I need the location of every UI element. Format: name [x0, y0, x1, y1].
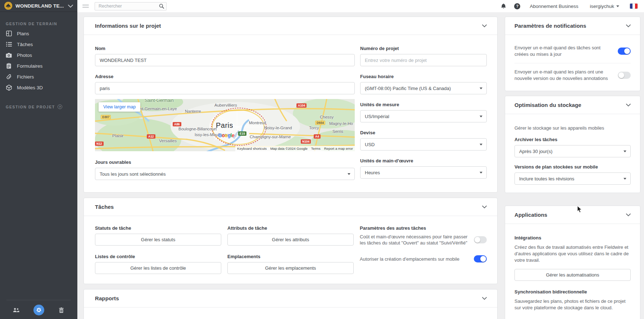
map-label: Versailles: [159, 139, 177, 143]
subscription-link[interactable]: Abonnement Business: [530, 4, 578, 9]
cube-icon: [6, 85, 12, 91]
workdays-label: Jours ouvrables: [95, 160, 355, 165]
delete-button[interactable]: [56, 305, 67, 315]
map-data-credit: Map data ©2024 Google: [268, 146, 309, 151]
divider: [514, 63, 631, 63]
map-label-paris: Paris: [216, 121, 233, 130]
manage-automations-button[interactable]: Gérer les automatisations: [514, 269, 631, 281]
chevron-down-icon: [616, 5, 619, 7]
hardhat-icon: [4, 2, 12, 10]
chevron-down-icon: [623, 178, 626, 180]
report-map-error-link[interactable]: Report a map error: [322, 146, 355, 151]
name-label: Nom: [95, 46, 355, 51]
sidebar-item-photos[interactable]: Photos: [0, 50, 77, 60]
project-info-panel: Informations sur le projet Nom Adresse: [83, 17, 498, 193]
notifications-panel: Paramètres de notifications Envoyer un e…: [505, 17, 640, 91]
terms-link[interactable]: Terms: [309, 146, 322, 151]
road-badge: N104: [301, 139, 311, 144]
labor-units-label: Unités de main-d'œuvre: [360, 158, 487, 163]
plans-icon: [6, 31, 12, 37]
sidebar-item-taches[interactable]: Tâches: [0, 39, 77, 50]
project-number-label: Numéro de projet: [360, 46, 487, 51]
view-larger-map-link[interactable]: View larger map: [99, 102, 140, 112]
chevron-down-icon: [480, 172, 482, 174]
map-label: Torcy: [309, 126, 319, 130]
road-badge: A12: [147, 134, 155, 139]
address-field[interactable]: [95, 82, 355, 94]
collapse-chevron-icon[interactable]: [482, 297, 487, 300]
map-label: Saint-Germain: [145, 99, 174, 103]
sidebar-item-modeles-3d[interactable]: Modèles 3D: [0, 82, 77, 93]
chevron-down-icon: [480, 144, 482, 145]
chevron-down-icon: [480, 87, 482, 89]
plan-versions-select[interactable]: Inclure toutes les révisions: [514, 172, 631, 185]
collapse-chevron-icon[interactable]: [626, 214, 631, 216]
manage-statuses-button[interactable]: Gérer les statuts: [95, 234, 221, 246]
road-badge: A4: [314, 134, 321, 139]
map-label: Noisy-le-Grand: [264, 126, 292, 130]
settings-button[interactable]: [33, 305, 44, 315]
map-label: Montreuil: [249, 121, 266, 125]
reports-panel: Rapports: [83, 289, 498, 319]
panel-title: Rapports: [95, 295, 119, 301]
map-label: Magny-le-Ho: [329, 121, 353, 126]
manage-attributes-button[interactable]: Gérer les attributs: [227, 234, 354, 246]
applications-panel: Applications Intégrations Créez des flux…: [505, 206, 640, 319]
panel-title: Informations sur le projet: [95, 23, 161, 29]
email-plans-toggle[interactable]: [618, 72, 631, 79]
integrations-text: Créez des flux de travail automatisés en…: [514, 244, 631, 264]
help-button[interactable]: ?: [514, 3, 520, 9]
road-badge: A86: [173, 122, 181, 126]
paperclip-icon: [6, 74, 12, 80]
project-number-field[interactable]: [360, 54, 487, 66]
chevron-down-icon: [348, 173, 350, 175]
collapse-chevron-icon[interactable]: [482, 24, 487, 27]
panel-title: Paramètres de notifications: [514, 23, 586, 29]
keyboard-shortcuts-link[interactable]: Keyboard shortcuts: [235, 146, 268, 151]
mobile-locations-toggle[interactable]: [474, 255, 487, 262]
sidebar-item-plans[interactable]: Plans: [0, 28, 77, 39]
search-input[interactable]: [95, 2, 167, 10]
panel-title: Applications: [514, 212, 547, 218]
map-attribution: Keyboard shortcuts Map data ©2024 Google…: [235, 146, 355, 151]
user-menu[interactable]: isergiychuk: [590, 4, 619, 9]
project-name-field[interactable]: [95, 54, 355, 66]
archive-tasks-select[interactable]: Après 30 jour(s): [514, 145, 631, 157]
chevron-down-icon: [68, 3, 73, 9]
collapse-chevron-icon[interactable]: [482, 206, 487, 208]
section-help-icon[interactable]: ?: [58, 104, 62, 109]
labor-units-select[interactable]: Heures: [360, 166, 487, 179]
sidebar-item-formulaires[interactable]: Formulaires: [0, 60, 77, 71]
workdays-select[interactable]: Tous les jours sont sélectionnés: [95, 168, 355, 180]
divider: [6, 300, 71, 300]
language-flag-fr[interactable]: [630, 4, 638, 9]
cost-labor-toggle[interactable]: [474, 236, 487, 243]
units-select[interactable]: US/Impérial: [360, 110, 487, 122]
project-switcher[interactable]: WONDERLAND TE...: [0, 0, 77, 12]
collapse-chevron-icon[interactable]: [626, 104, 631, 107]
mobile-locations-toggle-label: Autoriser la création d'emplacements sur…: [360, 256, 474, 262]
sidebar-item-fichiers[interactable]: Fichiers: [0, 71, 77, 82]
map-label: Nanterre: [185, 109, 201, 113]
search-box: [95, 2, 167, 10]
units-label: Unités de mesure: [360, 102, 487, 107]
currency-select[interactable]: USD: [360, 138, 487, 150]
email-tasks-toggle[interactable]: [618, 48, 631, 55]
section-gestion-terrain: GESTION DE TERRAIN: [0, 22, 77, 26]
search-icon[interactable]: [159, 4, 164, 10]
sync-label: Synchronisation bidirectionnelle: [514, 289, 631, 295]
manage-checklists-button[interactable]: Gérer les listes de contrôle: [95, 262, 221, 274]
collapse-chevron-icon[interactable]: [626, 24, 631, 27]
notifications-bell-button[interactable]: [501, 3, 506, 9]
road-badge: D934: [315, 121, 325, 125]
google-map[interactable]: Saint-Germain Saint-Germain-en-Laye Nant…: [95, 99, 355, 151]
menu-toggle-icon[interactable]: [82, 3, 89, 9]
manage-locations-button[interactable]: Gérer les emplacements: [227, 262, 354, 274]
currency-label: Devise: [360, 130, 487, 135]
timezone-select[interactable]: (GMT-08:00) Pacific Time (US & Canada): [360, 82, 487, 94]
people-button[interactable]: [11, 305, 22, 315]
other-task-settings-label: Paramètres des autres tâches: [360, 225, 487, 231]
trash-icon: [59, 307, 64, 313]
people-icon: [13, 308, 19, 313]
storage-panel: Optimisation du stockage Gérer le stocka…: [505, 96, 640, 193]
